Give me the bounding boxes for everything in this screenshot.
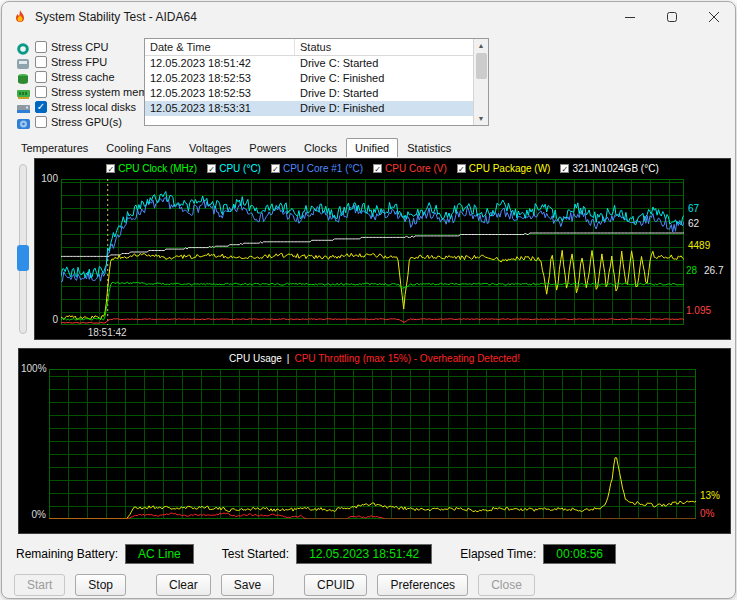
chart-value-label: 0% [700, 508, 714, 519]
legend-label: CPU (°C) [219, 163, 261, 174]
tab-voltages[interactable]: Voltages [180, 138, 240, 157]
log-row[interactable]: 12.05.2023 18:53:31Drive D: Finished [145, 101, 473, 116]
log-row[interactable]: 12.05.2023 18:51:42Drive C: Started [145, 56, 473, 71]
scrollbar-thumb[interactable] [476, 53, 487, 79]
legend-checkbox[interactable]: ✓ [457, 164, 466, 173]
y-axis-min-label: 0 [37, 314, 58, 325]
stress-option-stress-fpu[interactable]: Stress FPU [16, 55, 136, 69]
gpu-icon [16, 116, 31, 128]
unified-chart-plot [61, 179, 684, 325]
fpu-icon [16, 56, 31, 68]
elapsed-time-value: 00:08:56 [543, 544, 616, 564]
top-row: Stress CPUStress FPUStress cacheStress s… [12, 38, 729, 130]
disk-icon [16, 101, 31, 113]
status-bar: Remaining Battery: AC Line Test Started:… [16, 543, 616, 565]
cpu-usage-chart-title: CPU Usage | CPU Throttling (max 15%) - O… [19, 353, 730, 364]
chart-value-label: 1.095 [686, 305, 711, 316]
log-scrollbar[interactable]: ▲ ▼ [473, 39, 488, 125]
title-separator: | [287, 353, 290, 364]
chart-value-label: 13% [700, 490, 720, 501]
throttling-warning: CPU Throttling (max 15%) - Overheating D… [294, 353, 519, 364]
caption-buttons [609, 2, 735, 32]
chart-zoom-slider[interactable] [12, 158, 34, 340]
legend-cpu-core-1-c[interactable]: ✓CPU Core #1 (°C) [271, 163, 363, 174]
legend-cpu-c[interactable]: ✓CPU (°C) [207, 163, 261, 174]
log-column-datetime[interactable]: Date & Time [145, 39, 295, 55]
preferences-button[interactable]: Preferences [377, 574, 468, 596]
scroll-down-icon[interactable]: ▼ [478, 112, 485, 125]
cpuid-button[interactable]: CPUID [304, 574, 367, 596]
legend-cpu-clock-mhz[interactable]: ✓CPU Clock (MHz) [106, 163, 197, 174]
cpu-usage-title: CPU Usage [229, 353, 282, 364]
chart-value-label: 67 [688, 203, 699, 214]
maximize-button[interactable] [651, 2, 693, 32]
legend-cpu-core-v[interactable]: ✓CPU Core (V) [373, 163, 447, 174]
legend-label: CPU Clock (MHz) [118, 163, 197, 174]
stress-option-stress-local-disks[interactable]: ✓Stress local disks [16, 100, 136, 114]
checkbox-stress-cache[interactable] [35, 71, 47, 83]
checkbox-stress-fpu[interactable] [35, 56, 47, 68]
legend-checkbox[interactable]: ✓ [373, 164, 382, 173]
checkbox-stress-system-memory[interactable] [35, 86, 47, 98]
close-button[interactable] [693, 2, 735, 32]
checkbox-stress-cpu[interactable] [35, 41, 47, 53]
stop-button[interactable]: Stop [75, 574, 126, 596]
legend-checkbox[interactable]: ✓ [207, 164, 216, 173]
event-log-table: Date & Time Status 12.05.2023 18:51:42Dr… [145, 39, 473, 125]
slider-thumb[interactable] [17, 245, 29, 271]
legend-checkbox[interactable]: ✓ [271, 164, 280, 173]
save-button[interactable]: Save [221, 574, 274, 596]
log-row[interactable]: 12.05.2023 18:52:53Drive D: Started [145, 86, 473, 101]
checkbox-stress-local-disks[interactable]: ✓ [35, 101, 47, 113]
aida64-flame-icon [12, 9, 28, 25]
cache-icon [16, 71, 31, 83]
log-column-status[interactable]: Status [295, 39, 473, 55]
stress-option-stress-gpu-s[interactable]: Stress GPU(s) [16, 115, 136, 129]
test-started-value: 12.05.2023 18:51:42 [296, 544, 432, 564]
clear-button[interactable]: Clear [156, 574, 211, 596]
unified-chart: ✓CPU Clock (MHz)✓CPU (°C)✓CPU Core #1 (°… [34, 158, 731, 340]
test-started-label: Test Started: [222, 547, 289, 561]
action-buttons: StartStopClearSaveCPUIDPreferencesClose [14, 573, 723, 597]
tab-clocks[interactable]: Clocks [295, 138, 346, 157]
log-cell-datetime: 12.05.2023 18:52:53 [145, 86, 295, 101]
stress-option-stress-system-memory[interactable]: Stress system memory [16, 85, 136, 99]
tab-statistics[interactable]: Statistics [398, 138, 460, 157]
chart-value-label: 26.7 [704, 265, 723, 276]
log-row[interactable]: 12.05.2023 18:52:53Drive C: Finished [145, 71, 473, 86]
legend-label: CPU Core (V) [385, 163, 447, 174]
log-cell-datetime: 12.05.2023 18:52:53 [145, 71, 295, 86]
log-header: Date & Time Status [145, 39, 473, 56]
app-window: System Stability Test - AIDA64 Stress CP… [1, 1, 736, 599]
memory-icon [16, 86, 31, 98]
stress-option-label: Stress GPU(s) [51, 116, 122, 128]
y-axis-max-label: 100 [37, 173, 58, 184]
legend-checkbox[interactable]: ✓ [560, 164, 569, 173]
stress-option-label: Stress local disks [51, 101, 136, 113]
legend-cpu-package-w[interactable]: ✓CPU Package (W) [457, 163, 551, 174]
cpu-icon [16, 41, 31, 53]
chart-tabs: TemperaturesCooling FansVoltagesPowersCl… [12, 135, 460, 157]
tab-unified[interactable]: Unified [346, 138, 398, 157]
legend-321jn1024gb-c[interactable]: ✓321JN1024GB (°C) [560, 163, 658, 174]
stress-option-stress-cache[interactable]: Stress cache [16, 70, 136, 84]
log-cell-status: Drive D: Finished [295, 101, 473, 116]
log-body: 12.05.2023 18:51:42Drive C: Started12.05… [145, 56, 473, 116]
tab-temperatures[interactable]: Temperatures [12, 138, 97, 157]
tab-powers[interactable]: Powers [240, 138, 295, 157]
checkbox-stress-gpu-s[interactable] [35, 116, 47, 128]
window-title: System Stability Test - AIDA64 [35, 10, 197, 24]
chart-legend: ✓CPU Clock (MHz)✓CPU (°C)✓CPU Core #1 (°… [35, 163, 730, 174]
scroll-up-icon[interactable]: ▲ [478, 39, 485, 52]
chart-value-label: 28 [686, 265, 697, 276]
stress-options-panel: Stress CPUStress FPUStress cacheStress s… [12, 38, 136, 130]
stress-option-stress-cpu[interactable]: Stress CPU [16, 40, 136, 54]
stress-option-label: Stress FPU [51, 56, 107, 68]
legend-checkbox[interactable]: ✓ [106, 164, 115, 173]
start-button: Start [14, 574, 65, 596]
tab-cooling-fans[interactable]: Cooling Fans [97, 138, 180, 157]
stress-option-label: Stress cache [51, 71, 115, 83]
x-axis-start-time: 18:51:42 [88, 327, 127, 338]
minimize-button[interactable] [609, 2, 651, 32]
chart-value-label: 62 [688, 218, 699, 229]
